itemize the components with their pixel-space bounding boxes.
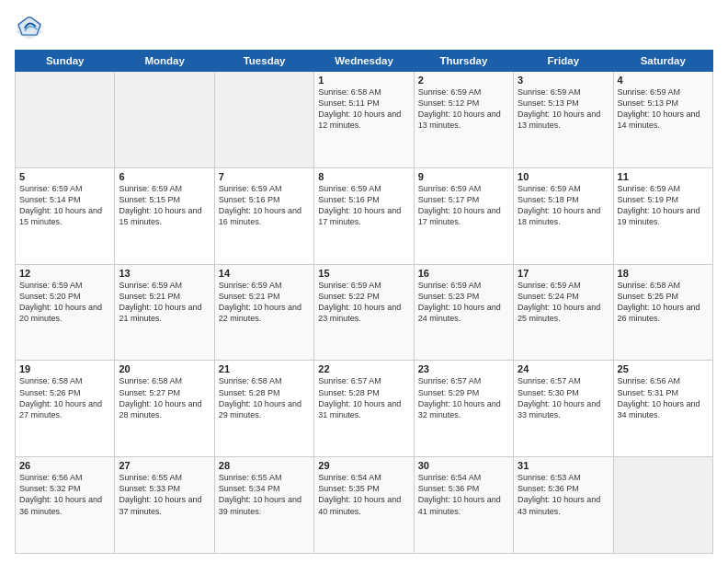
calendar-cell: 6Sunrise: 6:59 AM Sunset: 5:15 PM Daylig… [115,167,214,264]
calendar-cell: 7Sunrise: 6:59 AM Sunset: 5:16 PM Daylig… [214,167,313,264]
calendar-cell: 2Sunrise: 6:59 AM Sunset: 5:12 PM Daylig… [414,72,513,168]
day-info: Sunrise: 6:56 AM Sunset: 5:32 PM Dayligh… [19,472,110,517]
day-info: Sunrise: 6:59 AM Sunset: 5:19 PM Dayligh… [618,183,709,228]
day-info: Sunrise: 6:55 AM Sunset: 5:33 PM Dayligh… [119,472,210,517]
day-number: 21 [219,363,310,374]
day-number: 25 [618,363,709,374]
day-number: 6 [119,171,210,182]
day-number: 22 [318,363,409,374]
day-number: 28 [219,460,310,471]
day-info: Sunrise: 6:59 AM Sunset: 5:13 PM Dayligh… [518,86,609,132]
calendar-cell [115,72,214,168]
calendar-cell: 29Sunrise: 6:54 AM Sunset: 5:35 PM Dayli… [314,457,414,554]
day-of-week-header: Tuesday [214,51,313,72]
calendar-cell [214,72,313,168]
day-info: Sunrise: 6:59 AM Sunset: 5:21 PM Dayligh… [119,280,210,325]
day-info: Sunrise: 6:58 AM Sunset: 5:26 PM Dayligh… [19,375,110,420]
calendar-cell: 9Sunrise: 6:59 AM Sunset: 5:17 PM Daylig… [414,167,513,264]
day-info: Sunrise: 6:59 AM Sunset: 5:16 PM Dayligh… [219,183,310,228]
calendar-cell: 30Sunrise: 6:54 AM Sunset: 5:36 PM Dayli… [414,457,513,554]
day-number: 10 [518,171,609,182]
calendar-cell: 16Sunrise: 6:59 AM Sunset: 5:23 PM Dayli… [414,264,513,361]
day-info: Sunrise: 6:55 AM Sunset: 5:34 PM Dayligh… [219,472,310,517]
day-info: Sunrise: 6:58 AM Sunset: 5:11 PM Dayligh… [318,86,409,132]
day-number: 3 [518,75,609,86]
day-number: 31 [518,460,609,471]
day-info: Sunrise: 6:59 AM Sunset: 5:18 PM Dayligh… [518,183,609,228]
calendar-cell [16,72,115,168]
day-number: 24 [518,363,609,374]
day-number: 13 [119,268,210,279]
day-info: Sunrise: 6:59 AM Sunset: 5:17 PM Dayligh… [418,183,509,228]
day-info: Sunrise: 6:59 AM Sunset: 5:14 PM Dayligh… [19,183,110,228]
calendar-week-row: 19Sunrise: 6:58 AM Sunset: 5:26 PM Dayli… [16,361,713,457]
day-number: 19 [19,363,110,374]
calendar-cell: 31Sunrise: 6:53 AM Sunset: 5:36 PM Dayli… [514,457,613,554]
day-info: Sunrise: 6:56 AM Sunset: 5:31 PM Dayligh… [618,375,709,420]
day-info: Sunrise: 6:54 AM Sunset: 5:36 PM Dayligh… [418,472,509,517]
calendar-cell [613,457,712,554]
calendar-cell: 19Sunrise: 6:58 AM Sunset: 5:26 PM Dayli… [16,361,115,457]
day-info: Sunrise: 6:59 AM Sunset: 5:12 PM Dayligh… [418,86,509,132]
day-number: 5 [19,171,110,182]
calendar-cell: 5Sunrise: 6:59 AM Sunset: 5:14 PM Daylig… [16,167,115,264]
day-of-week-header: Sunday [16,51,115,72]
day-number: 30 [418,460,509,471]
day-number: 4 [618,75,709,86]
calendar-cell: 26Sunrise: 6:56 AM Sunset: 5:32 PM Dayli… [16,457,115,554]
day-number: 11 [618,171,709,182]
day-number: 12 [19,268,110,279]
day-number: 16 [418,268,509,279]
calendar-cell: 3Sunrise: 6:59 AM Sunset: 5:13 PM Daylig… [514,72,613,168]
calendar-cell: 17Sunrise: 6:59 AM Sunset: 5:24 PM Dayli… [514,264,613,361]
logo [15,13,48,42]
day-info: Sunrise: 6:59 AM Sunset: 5:15 PM Dayligh… [119,183,210,228]
calendar-cell: 20Sunrise: 6:58 AM Sunset: 5:27 PM Dayli… [115,361,214,457]
day-number: 9 [418,171,509,182]
day-info: Sunrise: 6:59 AM Sunset: 5:20 PM Dayligh… [19,280,110,325]
calendar-cell: 13Sunrise: 6:59 AM Sunset: 5:21 PM Dayli… [115,264,214,361]
page: SundayMondayTuesdayWednesdayThursdayFrid… [0,0,728,563]
calendar-cell: 21Sunrise: 6:58 AM Sunset: 5:28 PM Dayli… [214,361,313,457]
day-info: Sunrise: 6:58 AM Sunset: 5:25 PM Dayligh… [618,280,709,325]
day-info: Sunrise: 6:53 AM Sunset: 5:36 PM Dayligh… [518,472,609,517]
calendar-header-row: SundayMondayTuesdayWednesdayThursdayFrid… [16,51,713,72]
calendar-cell: 28Sunrise: 6:55 AM Sunset: 5:34 PM Dayli… [214,457,313,554]
calendar-week-row: 1Sunrise: 6:58 AM Sunset: 5:11 PM Daylig… [16,72,713,168]
calendar-cell: 27Sunrise: 6:55 AM Sunset: 5:33 PM Dayli… [115,457,214,554]
calendar-cell: 12Sunrise: 6:59 AM Sunset: 5:20 PM Dayli… [16,264,115,361]
day-number: 18 [618,268,709,279]
calendar-cell: 15Sunrise: 6:59 AM Sunset: 5:22 PM Dayli… [314,264,414,361]
day-number: 1 [318,75,409,86]
day-number: 20 [119,363,210,374]
day-info: Sunrise: 6:57 AM Sunset: 5:30 PM Dayligh… [518,375,609,420]
day-of-week-header: Monday [115,51,214,72]
calendar-cell: 25Sunrise: 6:56 AM Sunset: 5:31 PM Dayli… [613,361,712,457]
day-number: 8 [318,171,409,182]
logo-icon [15,13,44,42]
calendar-cell: 14Sunrise: 6:59 AM Sunset: 5:21 PM Dayli… [214,264,313,361]
calendar-cell: 23Sunrise: 6:57 AM Sunset: 5:29 PM Dayli… [414,361,513,457]
day-of-week-header: Wednesday [314,51,414,72]
day-number: 26 [19,460,110,471]
day-of-week-header: Thursday [414,51,513,72]
day-info: Sunrise: 6:59 AM Sunset: 5:22 PM Dayligh… [318,280,409,325]
day-number: 17 [518,268,609,279]
day-number: 14 [219,268,310,279]
svg-marker-0 [17,16,41,40]
calendar-cell: 10Sunrise: 6:59 AM Sunset: 5:18 PM Dayli… [514,167,613,264]
day-number: 15 [318,268,409,279]
calendar-cell: 1Sunrise: 6:58 AM Sunset: 5:11 PM Daylig… [314,72,414,168]
day-info: Sunrise: 6:59 AM Sunset: 5:21 PM Dayligh… [219,280,310,325]
day-info: Sunrise: 6:58 AM Sunset: 5:28 PM Dayligh… [219,375,310,420]
calendar-cell: 24Sunrise: 6:57 AM Sunset: 5:30 PM Dayli… [514,361,613,457]
calendar-table: SundayMondayTuesdayWednesdayThursdayFrid… [15,50,713,554]
header [15,13,713,42]
calendar-cell: 18Sunrise: 6:58 AM Sunset: 5:25 PM Dayli… [613,264,712,361]
day-number: 7 [219,171,310,182]
calendar-week-row: 12Sunrise: 6:59 AM Sunset: 5:20 PM Dayli… [16,264,713,361]
day-number: 2 [418,75,509,86]
day-info: Sunrise: 6:58 AM Sunset: 5:27 PM Dayligh… [119,375,210,420]
day-of-week-header: Friday [514,51,613,72]
day-info: Sunrise: 6:59 AM Sunset: 5:23 PM Dayligh… [418,280,509,325]
